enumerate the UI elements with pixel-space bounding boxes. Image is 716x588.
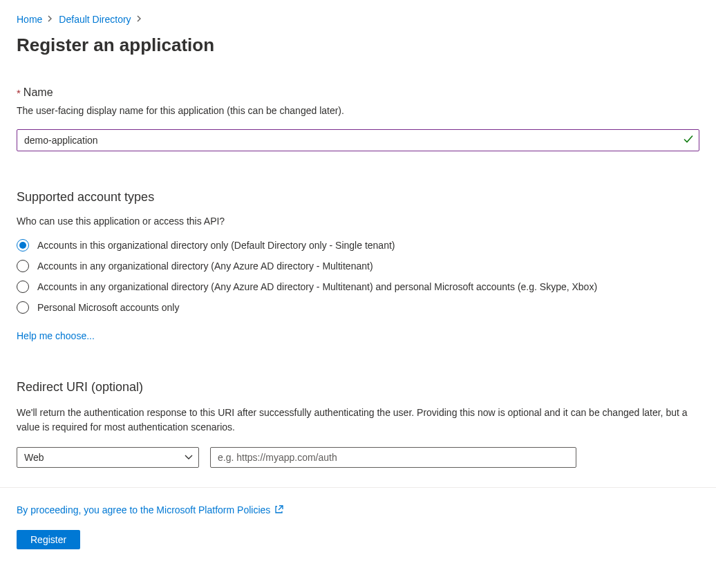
account-types-heading: Supported account types	[17, 190, 699, 205]
radio-icon	[17, 239, 29, 252]
radio-label: Accounts in any organizational directory…	[37, 281, 597, 292]
name-help-text: The user-facing display name for this ap…	[17, 104, 699, 118]
radio-label: Accounts in this organizational director…	[37, 240, 395, 251]
name-label: * Name	[17, 86, 699, 99]
redirect-description: We'll return the authentication response…	[17, 406, 699, 435]
platform-policies-link[interactable]: By proceeding, you agree to the Microsof…	[17, 504, 270, 515]
radio-label: Personal Microsoft accounts only	[37, 302, 179, 313]
breadcrumb: Home Default Directory	[17, 14, 699, 25]
redirect-heading: Redirect URI (optional)	[17, 380, 699, 395]
register-button[interactable]: Register	[17, 530, 80, 549]
radio-label: Accounts in any organizational directory…	[37, 260, 373, 272]
checkmark-icon	[683, 133, 694, 146]
page-title: Register an application	[17, 35, 699, 56]
name-label-text: Name	[23, 86, 53, 99]
name-input[interactable]	[17, 129, 699, 151]
account-types-question: Who can use this application or access t…	[17, 216, 699, 227]
radio-option-personal-only[interactable]: Personal Microsoft accounts only	[17, 301, 699, 314]
required-asterisk-icon: *	[17, 87, 21, 99]
radio-option-single-tenant[interactable]: Accounts in this organizational director…	[17, 239, 699, 252]
external-link-icon	[274, 504, 284, 516]
radio-option-multitenant[interactable]: Accounts in any organizational directory…	[17, 260, 699, 272]
breadcrumb-home[interactable]: Home	[17, 14, 42, 25]
chevron-right-icon	[48, 15, 53, 24]
help-me-choose-link[interactable]: Help me choose...	[17, 330, 95, 341]
account-types-radio-group: Accounts in this organizational director…	[17, 239, 699, 314]
radio-icon	[17, 281, 29, 293]
radio-icon	[17, 260, 29, 272]
platform-select-value: Web	[24, 452, 44, 463]
platform-select[interactable]: Web	[17, 447, 199, 468]
radio-option-multitenant-personal[interactable]: Accounts in any organizational directory…	[17, 281, 699, 293]
breadcrumb-directory[interactable]: Default Directory	[59, 14, 131, 25]
divider	[0, 487, 716, 488]
redirect-uri-input[interactable]	[210, 447, 576, 468]
chevron-right-icon	[137, 15, 142, 24]
radio-icon	[17, 301, 29, 314]
